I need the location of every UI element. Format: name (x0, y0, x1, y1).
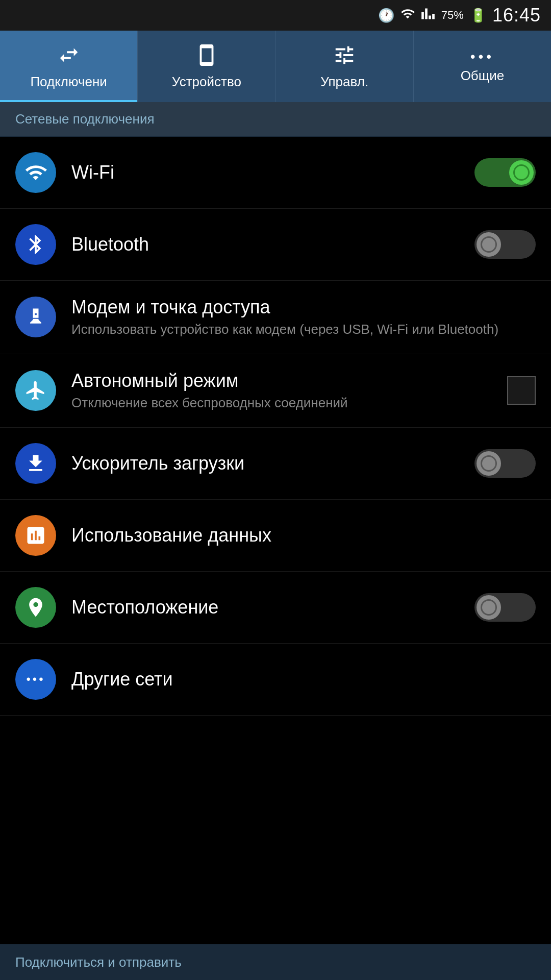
other-content: Другие сети (71, 668, 536, 690)
wifi-content: Wi-Fi (71, 161, 474, 183)
bluetooth-toggle[interactable] (474, 230, 536, 259)
tab-connections-label: Подключени (30, 74, 107, 90)
airplane-icon (15, 370, 56, 411)
tab-controls[interactable]: Управл. (276, 31, 414, 102)
signal-icon (421, 7, 435, 24)
settings-item-tethering[interactable]: Модем и точка доступа Использовать устро… (0, 281, 551, 354)
settings-item-airplane[interactable]: Автономный режим Отключение всех беспров… (0, 354, 551, 428)
location-toggle-knob-inner (481, 599, 497, 616)
bluetooth-toggle-knob (477, 232, 501, 257)
bluetooth-toggle-knob-inner (481, 236, 497, 253)
download-icon (15, 443, 56, 484)
airplane-subtitle: Отключение всех беспроводных соединений (71, 395, 507, 412)
download-toggle-knob-inner (481, 455, 497, 472)
data-content: Использование данных (71, 524, 536, 546)
airplane-content: Автономный режим Отключение всех беспров… (71, 370, 507, 412)
bluetooth-title: Bluetooth (71, 233, 474, 255)
wifi-toggle-knob (509, 160, 534, 185)
other-icon: ••• (15, 659, 56, 700)
download-content: Ускоритель загрузки (71, 452, 474, 474)
location-toggle[interactable] (474, 593, 536, 622)
wifi-toggle[interactable] (474, 158, 536, 187)
footer-text: Подключиться и отправить (15, 954, 182, 970)
wifi-icon (15, 152, 56, 193)
data-icon (15, 515, 56, 556)
bluetooth-content: Bluetooth (71, 233, 474, 255)
airplane-title: Автономный режим (71, 370, 507, 391)
status-time: 16:45 (492, 5, 541, 26)
connections-icon (57, 43, 81, 70)
settings-item-bluetooth[interactable]: Bluetooth (0, 209, 551, 281)
tab-device-label: Устройство (172, 74, 241, 90)
airplane-checkbox[interactable] (507, 376, 536, 405)
download-toggle-knob (477, 451, 501, 476)
settings-item-location[interactable]: Местоположение (0, 572, 551, 644)
wifi-status-icon (400, 7, 415, 24)
tethering-title: Модем и точка доступа (71, 296, 536, 318)
data-title: Использование данных (71, 524, 536, 546)
section-header-text: Сетевые подключения (15, 111, 155, 127)
settings-list: Wi-Fi Bluetooth (0, 137, 551, 716)
download-title: Ускоритель загрузки (71, 452, 474, 474)
tethering-icon (15, 297, 56, 337)
tab-connections[interactable]: Подключени (0, 31, 138, 102)
location-content: Местоположение (71, 596, 474, 618)
other-title: Другие сети (71, 668, 536, 690)
tab-controls-label: Управл. (320, 74, 368, 90)
tab-general-label: Общие (461, 68, 505, 84)
location-icon (15, 587, 56, 628)
battery-icon: 🔋 (470, 8, 486, 23)
alarm-icon: 🕐 (378, 8, 394, 23)
controls-icon (333, 43, 356, 70)
tethering-content: Модем и точка доступа Использовать устро… (71, 296, 536, 338)
tethering-subtitle: Использовать устройство как модем (через… (71, 321, 536, 338)
location-toggle-knob (477, 595, 501, 620)
general-icon: ••• (470, 50, 494, 64)
status-bar: 🕐 75% 🔋 16:45 (0, 0, 551, 31)
settings-item-download[interactable]: Ускоритель загрузки (0, 428, 551, 500)
status-icons: 🕐 75% 🔋 16:45 (378, 5, 541, 26)
main-content: Сетевые подключения Wi-Fi (0, 102, 551, 944)
section-header: Сетевые подключения (0, 102, 551, 137)
settings-item-wifi[interactable]: Wi-Fi (0, 137, 551, 209)
tab-general[interactable]: ••• Общие (414, 31, 551, 102)
bluetooth-icon (15, 224, 56, 265)
footer[interactable]: Подключиться и отправить (0, 944, 551, 980)
settings-item-other[interactable]: ••• Другие сети (0, 644, 551, 716)
device-icon (195, 43, 218, 70)
download-toggle[interactable] (474, 449, 536, 478)
wifi-toggle-knob-inner (513, 164, 530, 181)
location-title: Местоположение (71, 596, 474, 618)
tab-bar: Подключени Устройство Управл. ••• Общие (0, 31, 551, 102)
settings-item-data[interactable]: Использование данных (0, 500, 551, 572)
battery-percent: 75% (441, 9, 464, 22)
tab-device[interactable]: Устройство (138, 31, 276, 102)
wifi-title: Wi-Fi (71, 161, 474, 183)
